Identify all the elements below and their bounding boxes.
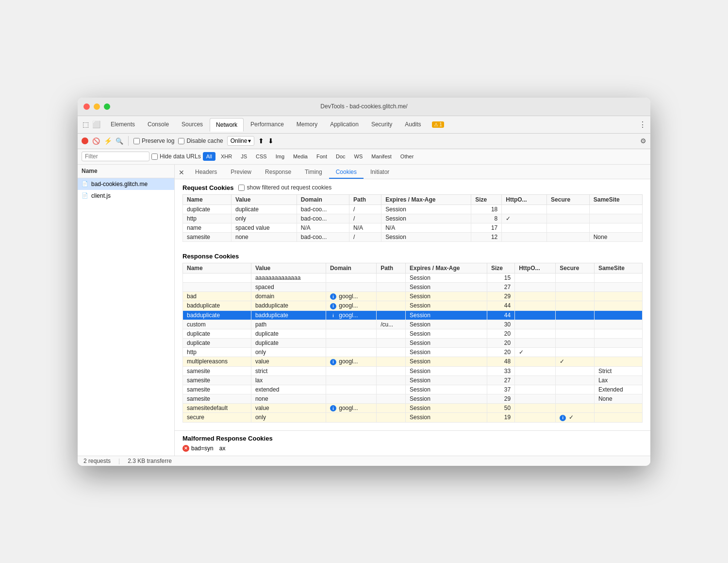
tab-preview[interactable]: Preview <box>224 166 258 179</box>
tab-network[interactable]: Network <box>210 118 244 132</box>
preserve-log-label[interactable]: Preserve log <box>133 137 174 144</box>
tab-memory[interactable]: Memory <box>291 118 323 131</box>
table-row[interactable]: spacedSession27 <box>183 282 643 291</box>
info-icon: i <box>330 312 336 319</box>
disable-cache-checkbox[interactable] <box>178 138 184 144</box>
resp-col-name: Name <box>183 263 251 273</box>
disable-cache-text: Disable cache <box>186 137 223 144</box>
tab-application[interactable]: Application <box>324 118 364 131</box>
info-icon: i <box>560 415 566 421</box>
hide-data-urls-label[interactable]: Hide data URLs <box>151 153 201 160</box>
table-row[interactable]: httponlySession20✓ <box>183 348 643 357</box>
tab-console[interactable]: Console <box>142 118 175 131</box>
table-row[interactable]: duplicateduplicateSession20 <box>183 339 643 348</box>
table-row[interactable]: badduplicatebadduplicatei googl...Sessio… <box>183 301 643 311</box>
upload-icon[interactable]: ⬆ <box>258 137 264 145</box>
filter-input[interactable] <box>82 152 149 161</box>
search-icon[interactable]: 🔍 <box>116 137 123 145</box>
filter-type-css[interactable]: CSS <box>252 152 270 161</box>
table-row[interactable]: multiplereasonsvaluei googl...Session48✓ <box>183 357 643 367</box>
maximize-button[interactable] <box>104 103 110 110</box>
download-icon[interactable]: ⬇ <box>268 137 274 145</box>
resp-col-size: Size <box>487 263 515 273</box>
table-row[interactable]: duplicateduplicateSession20 <box>183 329 643 339</box>
preserve-log-checkbox[interactable] <box>133 138 140 144</box>
show-filtered-checkbox[interactable] <box>238 185 245 191</box>
tab-response[interactable]: Response <box>258 166 298 179</box>
filter-icon[interactable]: ⚡ <box>104 137 112 145</box>
table-row[interactable]: samesitestrictSession33Strict <box>183 366 643 375</box>
tab-elements[interactable]: Elements <box>105 118 141 131</box>
preserve-log-text: Preserve log <box>142 137 174 144</box>
tab-security[interactable]: Security <box>365 118 398 131</box>
show-filtered-label[interactable]: show filtered out request cookies <box>238 184 331 191</box>
tab-performance[interactable]: Performance <box>245 118 290 131</box>
filter-type-ws[interactable]: WS <box>351 152 366 161</box>
table-row[interactable]: custompath/cu...Session30 <box>183 320 643 329</box>
table-row[interactable]: samesitelaxSession27Lax <box>183 375 643 385</box>
filter-type-other[interactable]: Other <box>397 152 417 161</box>
filter-type-font[interactable]: Font <box>313 152 331 161</box>
table-row[interactable]: namespaced valueN/AN/AN/A17 <box>183 223 643 232</box>
cursor-icon[interactable]: ⬚ <box>82 120 89 128</box>
network-throttle-dropdown[interactable]: Online ▾ <box>227 136 255 146</box>
filter-type-manifest[interactable]: Manifest <box>368 152 395 161</box>
response-cookies-header-row: Name Value Domain Path Expires / Max-Age… <box>183 263 643 273</box>
sidebar-item-client-js[interactable]: 📄 client.js <box>78 190 174 202</box>
main-area: Name 📄 bad-cookies.glitch.me 📄 client.js… <box>78 165 650 456</box>
filter-type-js[interactable]: JS <box>237 152 250 161</box>
devtools-tab-bar: ⬚ ⬜ Elements Console Sources Network Per… <box>78 116 650 134</box>
filter-type-img[interactable]: Img <box>272 152 288 161</box>
close-button[interactable] <box>83 103 90 110</box>
titlebar: DevTools - bad-cookies.glitch.me/ <box>78 98 650 116</box>
tab-audits[interactable]: Audits <box>399 118 427 131</box>
table-row[interactable]: httponlybad-coo.../Session8✓ <box>183 214 643 223</box>
resp-col-value: Value <box>251 263 326 273</box>
tab-headers[interactable]: Headers <box>188 166 224 179</box>
filter-type-xhr[interactable]: XHR <box>217 152 235 161</box>
tab-cookies[interactable]: Cookies <box>329 166 364 179</box>
table-row[interactable]: samesitenonebad-coo.../Session12None <box>183 232 643 241</box>
stop-icon[interactable]: 🚫 <box>92 137 100 145</box>
settings-icon[interactable]: ⚙ <box>640 137 646 145</box>
table-row[interactable]: secureonlySession19i ✓ <box>183 413 643 423</box>
tab-sources[interactable]: Sources <box>176 118 209 131</box>
response-cookies-table: Name Value Domain Path Expires / Max-Age… <box>182 263 643 423</box>
page-icon: 📄 <box>82 181 88 187</box>
table-row[interactable]: aaaaaaaaaaaaaaSession15 <box>183 273 643 282</box>
malformed-item-0: ✕ bad=syn <box>182 445 214 452</box>
table-row[interactable]: badduplicatebadduplicatei googl...Sessio… <box>183 310 643 320</box>
malformed-title: Malformed Response Cookies <box>182 435 643 442</box>
minimize-button[interactable] <box>94 103 100 110</box>
close-panel-button[interactable]: ✕ <box>175 166 188 179</box>
table-row[interactable]: samesitedefaultvaluei googl...Session50 <box>183 403 643 413</box>
col-domain: Domain <box>297 194 349 205</box>
col-value: Value <box>232 194 297 205</box>
sidebar: Name 📄 bad-cookies.glitch.me 📄 client.js <box>78 165 175 456</box>
table-row[interactable]: baddomaini googl...Session29 <box>183 291 643 301</box>
tab-timing[interactable]: Timing <box>298 166 329 179</box>
filter-type-all[interactable]: All <box>203 152 215 161</box>
table-row[interactable]: duplicateduplicatebad-coo.../Session18 <box>183 205 643 214</box>
device-icon[interactable]: ⬜ <box>92 120 100 128</box>
sidebar-item-label-bad-cookies: bad-cookies.glitch.me <box>91 181 148 188</box>
window-controls <box>83 103 110 110</box>
table-row[interactable]: samesitenoneSession29None <box>183 394 643 403</box>
info-icon: i <box>330 293 336 300</box>
filter-type-doc[interactable]: Doc <box>332 152 349 161</box>
info-icon: i <box>330 303 336 309</box>
hide-data-urls-checkbox[interactable] <box>151 154 158 160</box>
table-row[interactable]: samesiteextendedSession37Extended <box>183 385 643 394</box>
disable-cache-label[interactable]: Disable cache <box>178 137 223 144</box>
sidebar-item-bad-cookies[interactable]: 📄 bad-cookies.glitch.me <box>78 178 174 190</box>
col-httpo: HttpO... <box>502 194 547 205</box>
more-options-icon[interactable]: ⋮ <box>639 120 646 129</box>
request-cookies-title: Request Cookies show filtered out reques… <box>182 184 643 191</box>
filter-type-media[interactable]: Media <box>290 152 311 161</box>
status-bar: 2 requests | 2.3 KB transferre <box>78 456 650 466</box>
tab-initiator[interactable]: Initiator <box>364 166 396 179</box>
malformed-items: ✕ bad=syn ax <box>182 445 643 452</box>
network-throttle-value: Online <box>231 137 248 144</box>
chevron-down-icon: ▾ <box>248 137 251 144</box>
record-button[interactable] <box>82 137 88 144</box>
